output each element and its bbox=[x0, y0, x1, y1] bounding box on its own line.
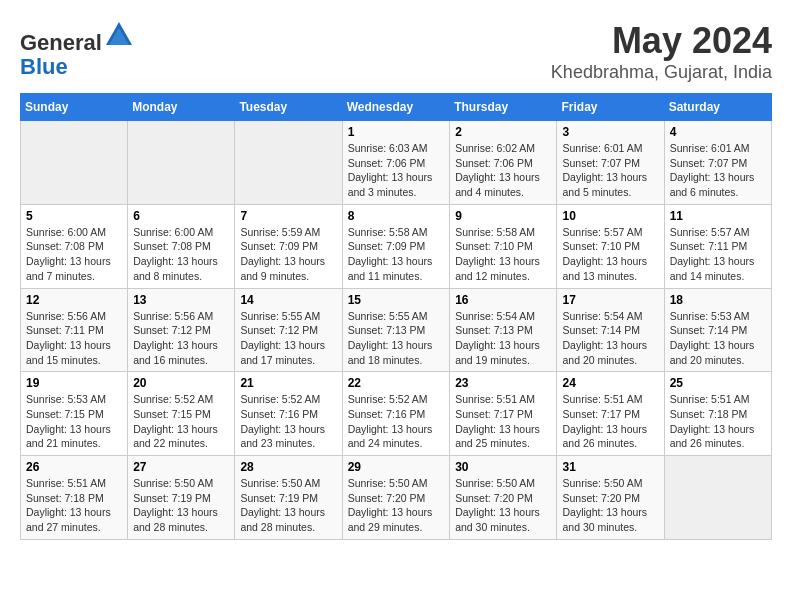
day-number: 16 bbox=[455, 293, 551, 307]
day-info: Sunrise: 5:53 AMSunset: 7:15 PMDaylight:… bbox=[26, 392, 122, 451]
day-info: Sunrise: 5:55 AMSunset: 7:12 PMDaylight:… bbox=[240, 309, 336, 368]
day-info: Sunrise: 5:51 AMSunset: 7:18 PMDaylight:… bbox=[670, 392, 766, 451]
day-number: 7 bbox=[240, 209, 336, 223]
calendar-cell: 26Sunrise: 5:51 AMSunset: 7:18 PMDayligh… bbox=[21, 456, 128, 540]
day-of-week-tuesday: Tuesday bbox=[235, 94, 342, 121]
calendar-cell: 29Sunrise: 5:50 AMSunset: 7:20 PMDayligh… bbox=[342, 456, 450, 540]
page-header: General Blue May 2024 Khedbrahma, Gujara… bbox=[20, 20, 772, 83]
calendar-cell: 20Sunrise: 5:52 AMSunset: 7:15 PMDayligh… bbox=[128, 372, 235, 456]
calendar-cell: 31Sunrise: 5:50 AMSunset: 7:20 PMDayligh… bbox=[557, 456, 664, 540]
calendar-cell bbox=[21, 121, 128, 205]
day-info: Sunrise: 6:03 AMSunset: 7:06 PMDaylight:… bbox=[348, 141, 445, 200]
day-info: Sunrise: 5:50 AMSunset: 7:20 PMDaylight:… bbox=[562, 476, 658, 535]
day-number: 18 bbox=[670, 293, 766, 307]
day-info: Sunrise: 5:54 AMSunset: 7:14 PMDaylight:… bbox=[562, 309, 658, 368]
calendar-cell: 17Sunrise: 5:54 AMSunset: 7:14 PMDayligh… bbox=[557, 288, 664, 372]
day-info: Sunrise: 5:52 AMSunset: 7:15 PMDaylight:… bbox=[133, 392, 229, 451]
day-number: 24 bbox=[562, 376, 658, 390]
calendar-cell: 30Sunrise: 5:50 AMSunset: 7:20 PMDayligh… bbox=[450, 456, 557, 540]
calendar-cell: 14Sunrise: 5:55 AMSunset: 7:12 PMDayligh… bbox=[235, 288, 342, 372]
calendar-cell: 16Sunrise: 5:54 AMSunset: 7:13 PMDayligh… bbox=[450, 288, 557, 372]
day-number: 12 bbox=[26, 293, 122, 307]
day-of-week-wednesday: Wednesday bbox=[342, 94, 450, 121]
day-number: 8 bbox=[348, 209, 445, 223]
day-number: 22 bbox=[348, 376, 445, 390]
calendar-cell: 6Sunrise: 6:00 AMSunset: 7:08 PMDaylight… bbox=[128, 204, 235, 288]
day-info: Sunrise: 5:59 AMSunset: 7:09 PMDaylight:… bbox=[240, 225, 336, 284]
day-number: 29 bbox=[348, 460, 445, 474]
logo-blue: Blue bbox=[20, 54, 68, 79]
day-info: Sunrise: 5:57 AMSunset: 7:11 PMDaylight:… bbox=[670, 225, 766, 284]
calendar-cell: 2Sunrise: 6:02 AMSunset: 7:06 PMDaylight… bbox=[450, 121, 557, 205]
calendar-body: 1Sunrise: 6:03 AMSunset: 7:06 PMDaylight… bbox=[21, 121, 772, 540]
calendar-cell: 10Sunrise: 5:57 AMSunset: 7:10 PMDayligh… bbox=[557, 204, 664, 288]
days-of-week-row: SundayMondayTuesdayWednesdayThursdayFrid… bbox=[21, 94, 772, 121]
day-number: 4 bbox=[670, 125, 766, 139]
day-info: Sunrise: 5:50 AMSunset: 7:20 PMDaylight:… bbox=[348, 476, 445, 535]
calendar-cell: 22Sunrise: 5:52 AMSunset: 7:16 PMDayligh… bbox=[342, 372, 450, 456]
day-number: 27 bbox=[133, 460, 229, 474]
day-number: 19 bbox=[26, 376, 122, 390]
calendar-cell: 9Sunrise: 5:58 AMSunset: 7:10 PMDaylight… bbox=[450, 204, 557, 288]
logo-general: General bbox=[20, 30, 102, 55]
week-row-2: 5Sunrise: 6:00 AMSunset: 7:08 PMDaylight… bbox=[21, 204, 772, 288]
calendar-cell bbox=[664, 456, 771, 540]
day-info: Sunrise: 5:58 AMSunset: 7:10 PMDaylight:… bbox=[455, 225, 551, 284]
calendar-cell: 7Sunrise: 5:59 AMSunset: 7:09 PMDaylight… bbox=[235, 204, 342, 288]
day-number: 5 bbox=[26, 209, 122, 223]
day-number: 23 bbox=[455, 376, 551, 390]
calendar-cell: 13Sunrise: 5:56 AMSunset: 7:12 PMDayligh… bbox=[128, 288, 235, 372]
day-number: 15 bbox=[348, 293, 445, 307]
day-of-week-thursday: Thursday bbox=[450, 94, 557, 121]
week-row-5: 26Sunrise: 5:51 AMSunset: 7:18 PMDayligh… bbox=[21, 456, 772, 540]
calendar-cell: 3Sunrise: 6:01 AMSunset: 7:07 PMDaylight… bbox=[557, 121, 664, 205]
day-info: Sunrise: 5:51 AMSunset: 7:17 PMDaylight:… bbox=[562, 392, 658, 451]
day-number: 25 bbox=[670, 376, 766, 390]
day-info: Sunrise: 5:53 AMSunset: 7:14 PMDaylight:… bbox=[670, 309, 766, 368]
calendar-cell: 4Sunrise: 6:01 AMSunset: 7:07 PMDaylight… bbox=[664, 121, 771, 205]
day-number: 13 bbox=[133, 293, 229, 307]
day-of-week-sunday: Sunday bbox=[21, 94, 128, 121]
day-info: Sunrise: 5:51 AMSunset: 7:18 PMDaylight:… bbox=[26, 476, 122, 535]
calendar-cell: 27Sunrise: 5:50 AMSunset: 7:19 PMDayligh… bbox=[128, 456, 235, 540]
day-number: 26 bbox=[26, 460, 122, 474]
day-number: 10 bbox=[562, 209, 658, 223]
day-info: Sunrise: 6:02 AMSunset: 7:06 PMDaylight:… bbox=[455, 141, 551, 200]
calendar-cell: 21Sunrise: 5:52 AMSunset: 7:16 PMDayligh… bbox=[235, 372, 342, 456]
title-block: May 2024 Khedbrahma, Gujarat, India bbox=[551, 20, 772, 83]
day-info: Sunrise: 5:56 AMSunset: 7:11 PMDaylight:… bbox=[26, 309, 122, 368]
calendar-cell bbox=[128, 121, 235, 205]
day-info: Sunrise: 5:58 AMSunset: 7:09 PMDaylight:… bbox=[348, 225, 445, 284]
day-info: Sunrise: 5:50 AMSunset: 7:19 PMDaylight:… bbox=[133, 476, 229, 535]
day-info: Sunrise: 5:52 AMSunset: 7:16 PMDaylight:… bbox=[348, 392, 445, 451]
day-of-week-friday: Friday bbox=[557, 94, 664, 121]
day-info: Sunrise: 5:52 AMSunset: 7:16 PMDaylight:… bbox=[240, 392, 336, 451]
day-number: 2 bbox=[455, 125, 551, 139]
day-number: 6 bbox=[133, 209, 229, 223]
day-of-week-monday: Monday bbox=[128, 94, 235, 121]
day-number: 11 bbox=[670, 209, 766, 223]
calendar-cell: 18Sunrise: 5:53 AMSunset: 7:14 PMDayligh… bbox=[664, 288, 771, 372]
calendar-cell: 15Sunrise: 5:55 AMSunset: 7:13 PMDayligh… bbox=[342, 288, 450, 372]
day-of-week-saturday: Saturday bbox=[664, 94, 771, 121]
calendar-cell: 19Sunrise: 5:53 AMSunset: 7:15 PMDayligh… bbox=[21, 372, 128, 456]
week-row-1: 1Sunrise: 6:03 AMSunset: 7:06 PMDaylight… bbox=[21, 121, 772, 205]
day-number: 17 bbox=[562, 293, 658, 307]
calendar-cell: 8Sunrise: 5:58 AMSunset: 7:09 PMDaylight… bbox=[342, 204, 450, 288]
day-info: Sunrise: 5:54 AMSunset: 7:13 PMDaylight:… bbox=[455, 309, 551, 368]
day-info: Sunrise: 5:50 AMSunset: 7:19 PMDaylight:… bbox=[240, 476, 336, 535]
calendar-cell bbox=[235, 121, 342, 205]
day-info: Sunrise: 5:56 AMSunset: 7:12 PMDaylight:… bbox=[133, 309, 229, 368]
week-row-3: 12Sunrise: 5:56 AMSunset: 7:11 PMDayligh… bbox=[21, 288, 772, 372]
calendar-table: SundayMondayTuesdayWednesdayThursdayFrid… bbox=[20, 93, 772, 540]
day-info: Sunrise: 6:01 AMSunset: 7:07 PMDaylight:… bbox=[562, 141, 658, 200]
page-title: May 2024 bbox=[551, 20, 772, 62]
week-row-4: 19Sunrise: 5:53 AMSunset: 7:15 PMDayligh… bbox=[21, 372, 772, 456]
day-info: Sunrise: 5:55 AMSunset: 7:13 PMDaylight:… bbox=[348, 309, 445, 368]
page-subtitle: Khedbrahma, Gujarat, India bbox=[551, 62, 772, 83]
day-info: Sunrise: 5:51 AMSunset: 7:17 PMDaylight:… bbox=[455, 392, 551, 451]
day-number: 9 bbox=[455, 209, 551, 223]
day-info: Sunrise: 6:00 AMSunset: 7:08 PMDaylight:… bbox=[26, 225, 122, 284]
day-number: 28 bbox=[240, 460, 336, 474]
calendar-cell: 25Sunrise: 5:51 AMSunset: 7:18 PMDayligh… bbox=[664, 372, 771, 456]
